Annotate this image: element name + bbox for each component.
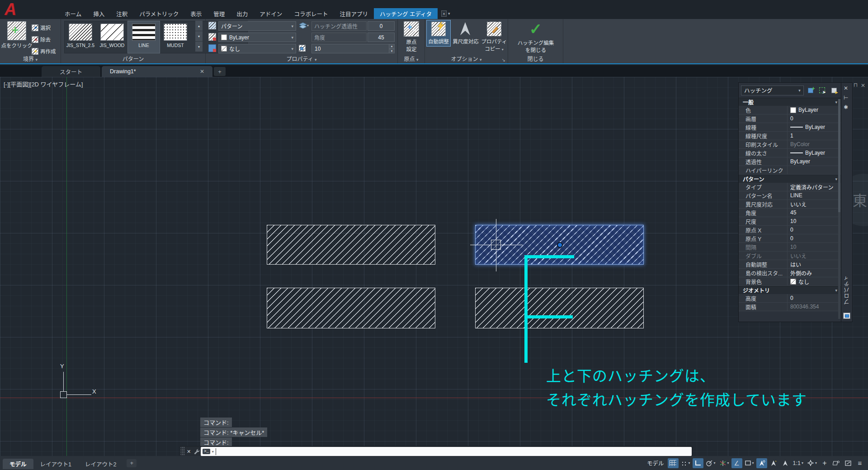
row-origin-y[interactable]: 原点 Y0 <box>739 234 841 243</box>
row-island-detection[interactable]: 島の検出スタ...外側のみ <box>739 269 841 277</box>
pattern-mudst[interactable]: MUDST <box>160 21 191 53</box>
close-icon[interactable]: ✕ <box>861 82 865 89</box>
background-color-select[interactable]: なし ▾ <box>218 44 296 53</box>
layout-tab-model[interactable]: モデル <box>3 459 33 469</box>
polar-tracking-icon[interactable]: ▾ <box>704 458 717 468</box>
set-origin-button[interactable]: + ➤ 原点 設定 <box>402 21 421 52</box>
row-pattern-name[interactable]: パターン名LINE <box>739 191 841 200</box>
row-lineweight[interactable]: 線の太さByLayer <box>739 149 841 157</box>
isolate-objects-icon[interactable] <box>831 458 842 468</box>
tab-insert[interactable]: 挿入 <box>87 8 110 19</box>
row-spacing[interactable]: 間隔10 <box>739 243 841 252</box>
tab-annotate[interactable]: 注釈 <box>110 8 133 19</box>
associative-button[interactable]: 自動調整 <box>427 20 450 46</box>
panel-label-options[interactable]: オプション ▾ ↘ <box>425 55 508 62</box>
row-background-color[interactable]: 背景色なし <box>739 277 841 286</box>
tab-output[interactable]: 出力 <box>231 8 254 19</box>
palette-settings-icon[interactable]: ✱ <box>844 104 848 110</box>
chevron-down-icon[interactable]: ▾ <box>212 450 214 454</box>
tab-hatch-editor[interactable]: ハッチング エディタ <box>374 8 438 19</box>
layout-tab-layout1[interactable]: レイアウト1 <box>33 459 78 469</box>
gallery-expand[interactable]: ▾ <box>195 42 203 52</box>
angle-value-field[interactable]: 45 <box>368 33 395 42</box>
tab-collaborate[interactable]: コラボレート <box>288 8 334 19</box>
snap-toggle-icon[interactable]: ▾ <box>679 458 692 468</box>
row-associative[interactable]: 自動調整はい <box>739 260 841 269</box>
pattern-jis-stn-2-5[interactable]: JIS_STN_2.5 <box>65 21 96 53</box>
annotation-visibility-icon[interactable] <box>756 458 767 468</box>
row-linetype[interactable]: 線種ByLayer <box>739 123 841 132</box>
row-type[interactable]: タイプ定義済みパターン <box>739 183 841 191</box>
command-line-drag-handle[interactable] <box>180 446 185 456</box>
new-layout-button[interactable]: + <box>127 459 137 467</box>
tray-settings-plus-icon[interactable]: + <box>819 458 830 468</box>
recreate-boundary-button[interactable]: ✦ 再作成 <box>32 47 56 55</box>
row-plot-style[interactable]: 印刷スタイルByColor <box>739 140 841 149</box>
row-linetype-scale[interactable]: 線種尺度1 <box>739 132 841 140</box>
tab-manage[interactable]: 管理 <box>208 8 231 19</box>
clean-screen-icon[interactable] <box>843 458 854 468</box>
palette-tab-label[interactable]: プロパティ <box>843 275 851 304</box>
section-pattern[interactable]: パターン▾ <box>739 175 841 183</box>
object-snap-icon[interactable]: ▾ <box>743 458 755 468</box>
panel-label-origin[interactable]: 原点 ▾ <box>398 55 425 62</box>
row-color[interactable]: 色ByLayer <box>739 106 841 114</box>
row-hyperlink[interactable]: ハイパーリンク <box>739 166 841 175</box>
hatch-grip-point[interactable] <box>557 242 563 248</box>
ortho-toggle-icon[interactable] <box>693 458 703 468</box>
auto-hide-pin-icon[interactable]: ⊢ <box>844 95 848 101</box>
tab-drawing1[interactable]: Drawing1* ✕ <box>102 66 212 77</box>
close-command-line-icon[interactable]: ✕ <box>185 446 193 456</box>
tab-home[interactable]: ホーム <box>59 8 87 19</box>
hatch-type-select[interactable]: パターン ▾ <box>218 21 296 31</box>
new-drawing-button[interactable]: + <box>214 67 226 76</box>
panel-label-pattern[interactable]: パターン <box>61 55 205 62</box>
isodraft-icon[interactable]: ▾ <box>718 458 731 468</box>
panel-expander-icon[interactable]: ↘ <box>502 57 505 62</box>
customization-menu-icon[interactable]: ≡ <box>854 458 865 468</box>
panel-label-boundary[interactable]: 境界 ▾ <box>0 55 61 62</box>
section-general[interactable]: 一般▾ <box>739 98 841 106</box>
annotative-button[interactable]: 異尺度対応 <box>451 20 480 46</box>
tab-parametric[interactable]: パラメトリック <box>133 8 184 19</box>
customize-wrench-icon[interactable] <box>193 446 200 456</box>
customization-gear-icon[interactable]: ▾ <box>806 458 818 468</box>
object-type-select[interactable]: ハッチング ▾ <box>741 85 804 95</box>
select-objects-icon[interactable]: ➤ <box>817 85 827 95</box>
annotation-scale-icon[interactable] <box>780 458 791 468</box>
row-double[interactable]: ダブルいいえ <box>739 252 841 260</box>
grid-toggle-icon[interactable] <box>668 458 679 468</box>
spin-up-icon[interactable]: ▴ <box>389 44 395 49</box>
model-space-button[interactable]: モデル <box>644 459 667 467</box>
hatch-object-bottom-left[interactable] <box>267 288 435 328</box>
hatch-object-bottom-right[interactable] <box>475 288 644 328</box>
command-line[interactable]: ✕ >_ ▾ <box>180 446 693 456</box>
palette-display-icon[interactable] <box>843 313 850 319</box>
command-input[interactable]: >_ ▾ <box>201 447 692 456</box>
pattern-jis-wood[interactable]: JIS_WOOD <box>96 21 128 53</box>
tab-addins[interactable]: アドイン <box>254 8 288 19</box>
palette-scrollbar[interactable] <box>838 99 840 319</box>
row-elevation[interactable]: 高度0 <box>739 294 841 303</box>
row-scale[interactable]: 尺度10 <box>739 217 841 226</box>
row-transparency[interactable]: 透過性ByLayer <box>739 157 841 166</box>
transparency-value-field[interactable]: 0 <box>368 21 395 31</box>
annotation-autoscale-icon[interactable] <box>768 458 779 468</box>
row-layer[interactable]: 画層0 <box>739 114 841 123</box>
pattern-line-selected[interactable]: LINE <box>128 21 160 53</box>
layout-tab-layout2[interactable]: レイアウト2 <box>78 459 123 469</box>
tab-featured-apps[interactable]: 注目アプリ <box>334 8 374 19</box>
scale-value-field[interactable]: 10 <box>311 44 389 53</box>
hatch-color-select[interactable]: ByLayer ▾ <box>218 33 296 42</box>
spin-down-icon[interactable]: ▾ <box>389 49 395 54</box>
row-annotative[interactable]: 異尺度対応いいえ <box>739 200 841 209</box>
close-tab-icon[interactable]: ✕ <box>200 68 204 75</box>
viewcube-east-label[interactable]: 東 <box>853 189 867 210</box>
close-hatch-editor-button[interactable]: ✓ ハッチング編集 を閉じる <box>513 20 558 53</box>
row-origin-x[interactable]: 原点 X0 <box>739 226 841 234</box>
hatch-object-top-left[interactable] <box>267 225 435 265</box>
remove-boundary-button[interactable]: ✕ 除去 <box>32 36 51 43</box>
object-snap-tracking-icon[interactable]: ∠ <box>731 458 742 468</box>
gallery-scroll-up[interactable]: ▴ <box>195 21 203 31</box>
restore-icon[interactable]: ⊓ <box>854 82 858 88</box>
